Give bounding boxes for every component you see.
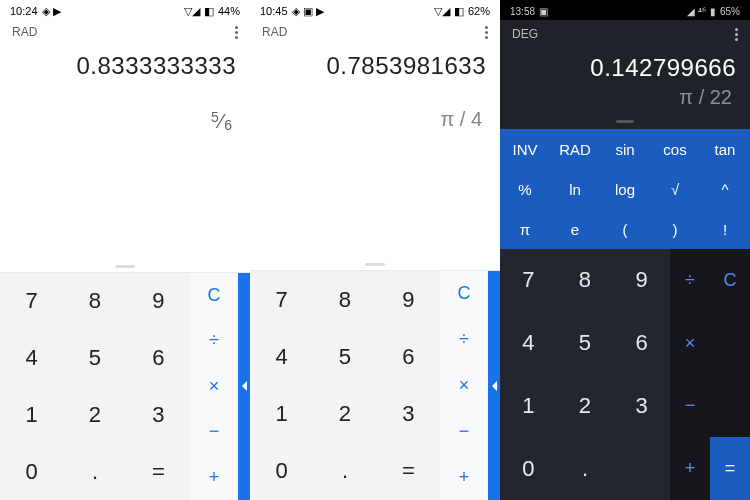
key-log[interactable]: log [600, 169, 650, 209]
key-7[interactable]: 7 [250, 271, 313, 328]
key-8[interactable]: 8 [557, 249, 614, 312]
key-3[interactable]: 3 [613, 375, 670, 438]
key-dot[interactable]: . [313, 443, 376, 500]
key-clear[interactable]: C [710, 249, 750, 312]
key-5[interactable]: 5 [313, 328, 376, 385]
keypad-area: 7 8 9 4 5 6 1 2 3 0 . = C ÷ × − + [0, 272, 250, 501]
status-bar: 10:24 ◈ ▶ ▽◢ ◧ 44% [0, 0, 250, 20]
battery-percent: 44% [218, 5, 240, 17]
status-left-icons: ◈ ▶ [42, 5, 61, 18]
key-1[interactable]: 1 [250, 386, 313, 443]
status-bar: 13:58 ▣ ◢ ⁴⁶ ▮ 65% [500, 0, 750, 20]
advanced-drawer-handle[interactable] [488, 271, 500, 500]
key-multiply[interactable]: × [670, 312, 710, 375]
key-blank [613, 437, 670, 500]
fraction-expression: 5 ⁄ 6 [211, 110, 232, 133]
key-9[interactable]: 9 [377, 271, 440, 328]
key-7[interactable]: 7 [0, 273, 63, 330]
key-9[interactable]: 9 [127, 273, 190, 330]
battery-percent: 65% [720, 6, 740, 17]
expression-text: π / 22 [679, 86, 732, 108]
key-2[interactable]: 2 [313, 386, 376, 443]
key-pi[interactable]: π [500, 209, 550, 249]
key-2[interactable]: 2 [557, 375, 614, 438]
key-divide[interactable]: ÷ [440, 317, 488, 363]
key-0[interactable]: 0 [0, 443, 63, 500]
key-rparen[interactable]: ) [650, 209, 700, 249]
calculator-screen-1: 10:24 ◈ ▶ ▽◢ ◧ 44% RAD 0.8333333333 5 ⁄ … [0, 0, 250, 500]
key-9[interactable]: 9 [613, 249, 670, 312]
key-3[interactable]: 3 [127, 386, 190, 443]
key-4[interactable]: 4 [500, 312, 557, 375]
key-percent[interactable]: % [500, 169, 550, 209]
key-equals[interactable]: = [377, 443, 440, 500]
key-plus[interactable]: + [440, 454, 488, 500]
key-lparen[interactable]: ( [600, 209, 650, 249]
key-6[interactable]: 6 [127, 329, 190, 386]
key-multiply[interactable]: × [440, 363, 488, 409]
key-dot[interactable]: . [557, 437, 614, 500]
key-6[interactable]: 6 [613, 312, 670, 375]
angle-mode-toggle[interactable]: RAD [12, 25, 37, 39]
key-sin[interactable]: sin [600, 129, 650, 169]
key-e[interactable]: e [550, 209, 600, 249]
key-2[interactable]: 2 [63, 386, 126, 443]
number-pad: 7 8 9 4 5 6 1 2 3 0 . = [250, 271, 440, 500]
key-divide[interactable]: ÷ [670, 249, 710, 312]
signal-icon: ▽◢ [434, 5, 450, 18]
key-8[interactable]: 8 [63, 273, 126, 330]
key-6[interactable]: 6 [377, 328, 440, 385]
key-5[interactable]: 5 [557, 312, 614, 375]
key-5[interactable]: 5 [63, 329, 126, 386]
angle-mode-toggle[interactable]: DEG [512, 27, 538, 41]
number-pad: 7 8 9 4 5 6 1 2 3 0 . [500, 249, 670, 500]
advanced-drawer-handle[interactable] [238, 273, 250, 501]
operator-column: C ÷ × − + [440, 271, 488, 500]
operator-column: C ÷ × − + [190, 273, 238, 501]
more-menu-button[interactable] [235, 26, 238, 39]
status-time: 13:58 [510, 6, 535, 17]
key-tan[interactable]: tan [700, 129, 750, 169]
key-3[interactable]: 3 [377, 386, 440, 443]
key-divide[interactable]: ÷ [190, 318, 238, 364]
expression-display: π / 4 [250, 80, 500, 137]
panel-handle[interactable] [616, 120, 634, 123]
key-plus[interactable]: + [670, 437, 710, 500]
key-clear[interactable]: C [190, 273, 238, 319]
key-equals[interactable]: = [127, 443, 190, 500]
key-clear[interactable]: C [440, 271, 488, 317]
result-display: 0.8333333333 [0, 44, 250, 80]
more-menu-button[interactable] [485, 26, 488, 39]
status-time: 10:24 [10, 5, 38, 17]
key-1[interactable]: 1 [500, 375, 557, 438]
key-minus[interactable]: − [190, 409, 238, 455]
key-minus[interactable]: − [440, 408, 488, 454]
key-0[interactable]: 0 [500, 437, 557, 500]
calculator-screen-2: 10:45 ◈ ▣ ▶ ▽◢ ◧ 62% RAD 0.7853981633 π … [250, 0, 500, 500]
angle-mode-toggle[interactable]: RAD [262, 25, 287, 39]
calculator-screen-3: 13:58 ▣ ◢ ⁴⁶ ▮ 65% DEG 0.142799666 π / 2… [500, 0, 750, 500]
key-plus[interactable]: + [190, 455, 238, 501]
key-factorial[interactable]: ! [700, 209, 750, 249]
key-multiply[interactable]: × [190, 364, 238, 410]
panel-handle[interactable] [365, 263, 385, 266]
more-menu-button[interactable] [735, 28, 738, 41]
key-7[interactable]: 7 [500, 249, 557, 312]
key-cos[interactable]: cos [650, 129, 700, 169]
battery-icon: ▮ [710, 6, 716, 17]
key-1[interactable]: 1 [0, 386, 63, 443]
key-minus[interactable]: − [670, 375, 710, 438]
keypad-area: 7 8 9 4 5 6 1 2 3 0 . ÷ C × − + = [500, 249, 750, 500]
key-rad[interactable]: RAD [550, 129, 600, 169]
key-sqrt[interactable]: √ [650, 169, 700, 209]
key-8[interactable]: 8 [313, 271, 376, 328]
key-equals[interactable]: = [710, 437, 750, 500]
key-dot[interactable]: . [63, 443, 126, 500]
panel-handle[interactable] [115, 265, 135, 268]
key-0[interactable]: 0 [250, 443, 313, 500]
key-inv[interactable]: INV [500, 129, 550, 169]
key-power[interactable]: ^ [700, 169, 750, 209]
key-4[interactable]: 4 [0, 329, 63, 386]
key-ln[interactable]: ln [550, 169, 600, 209]
key-4[interactable]: 4 [250, 328, 313, 385]
